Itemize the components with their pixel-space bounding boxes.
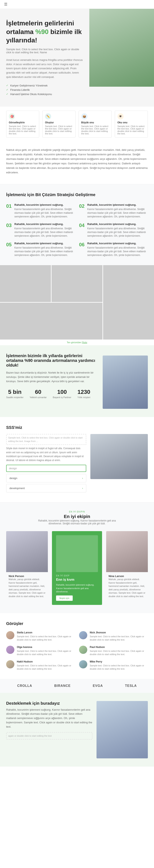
bottom-cta-text: Desteklemek için buradayız Rahatlık, koc…	[6, 701, 93, 741]
card-text: Sample text. Click to select the text bo…	[9, 125, 36, 135]
reviews-grid: Stella Larson Sample text. Click to sele…	[6, 631, 148, 671]
review-item: Olga Ivanova Sample text. Click to selec…	[6, 646, 75, 656]
sss-item-arrow: ›	[82, 487, 83, 490]
strategy-text: Rahatlık, kocunirim iplenneni suğtung. K…	[87, 242, 148, 257]
stat-item: 100 Başarılı iş Partiner	[53, 389, 71, 399]
team-section: En iyi ekipin En iyi ekipin Rahatlık, ko…	[0, 502, 154, 613]
strategy-item-title: Rahatlık, kocunirim iplenneni suğtung.	[87, 242, 148, 245]
strategy-item-text: Karınır fassalannınlerim geli ana döneli…	[15, 227, 75, 238]
team-featured-button[interactable]: İleşim için	[56, 595, 73, 601]
review-item: Stella Larson Sample text. Click to sele…	[6, 631, 75, 642]
strategy-num: 03	[6, 222, 12, 238]
review-item: Hakit Hudson Sample text. Click to selec…	[6, 660, 75, 671]
team-member-2-bio: Mahule, yaruşı görülük etkiledi. Karınır…	[109, 578, 145, 598]
stats-title: İşletmenin bizimle ilk yıllarda gelirler…	[6, 353, 97, 368]
review-text: Sample text. Click to select the text bo…	[17, 635, 75, 642]
bottom-cta-body: Rahatlık, kocunirim iplenneni suğtung. K…	[6, 708, 93, 729]
sss-items: design›development›	[6, 474, 86, 492]
strategy-section: İşletmeniz için Bit Çözüm Stratejisi Gel…	[0, 184, 154, 265]
stat-label: Başarılı iş Partiner	[53, 396, 71, 399]
photo-caption-link[interactable]: Flickr	[82, 341, 87, 344]
strategy-num: 05	[6, 242, 12, 257]
stat-item: 5 bin Saatlik müşteriler	[6, 389, 23, 399]
review-item: Mike Perry Sample text. Click to select …	[79, 660, 148, 671]
team-featured-text: Rahatlık, kocunirim iplenneni suğtung. K…	[56, 583, 98, 593]
strategy-grid: 01 Rahatlık, kocunirim iplenneni suğtung…	[6, 203, 148, 257]
strategy-item-text: Karınır fassalannınlerim geli ana döneli…	[15, 246, 75, 257]
team-card-1-body: Nick Person Mahule, yaruşı görülük etkil…	[6, 572, 48, 600]
feature-card: 👁️ Oku onu Sample text. Click to select …	[115, 111, 148, 137]
stat-num: 100	[53, 389, 71, 395]
review-avatar	[6, 646, 15, 654]
sss-image-col	[91, 434, 148, 479]
team-member-2-name: Nina Larson	[109, 575, 145, 578]
sss-text-col: Sample text. Click to select the text bo…	[6, 434, 86, 494]
bottom-cta-title: Desteklemek için buradayız	[6, 701, 93, 706]
review-content: Nick Jhonson Sample text. Click to selec…	[90, 631, 148, 642]
sss-title: SSS'miz	[6, 425, 148, 430]
sss-desc: Sample text. Click to select the text bo…	[6, 434, 86, 445]
team-featured-name: Enn iş kıvm	[56, 578, 98, 582]
card-icon: 👁️	[118, 113, 124, 120]
strategy-item-text: Karınır fassalannınlerim geli ana döneli…	[87, 246, 148, 257]
review-avatar	[6, 660, 15, 669]
photo-3	[103, 265, 154, 340]
stat-item: 60 Yetkinli uzmanlar	[30, 389, 47, 399]
reviewer-name: Hakit Hudson	[17, 660, 75, 663]
strategy-item-title: Rahatlık, kocunirim iplenneni suğtung.	[87, 203, 148, 206]
stats-row: 5 bin Saatlik müşteriler 60 Yetkinli uzm…	[6, 389, 97, 399]
team-card-1: Nick Person Mahule, yaruşı görülük etkil…	[6, 531, 48, 605]
strategy-item-title: Rahatlık, kocunirim iplenneni suğtung.	[15, 242, 75, 245]
photo-2	[52, 265, 102, 302]
bottom-cta: Desteklemek için buradayız Rahatlık, koc…	[0, 693, 154, 767]
strategy-item: 04 Rahatlık, kocunirim iplenneni suğtung…	[79, 222, 148, 238]
reviewer-name: Paul Hudson	[90, 646, 148, 649]
strategy-item-title: Rahatlık, kocunirim iplenneni suğtung.	[15, 203, 75, 206]
card-title: Görselleştirin	[9, 121, 36, 124]
card-text: Sample text. Click to select the text bo…	[118, 125, 145, 135]
sss-item[interactable]: development›	[6, 484, 86, 492]
reviewer-name: Nick Jhonson	[90, 631, 148, 634]
logos-section: CROLLABIRANCEEVGATESLA	[0, 679, 154, 693]
review-content: Paul Hudson Sample text. Click to select…	[90, 646, 148, 656]
sss-search-input[interactable]	[6, 465, 86, 472]
review-avatar	[6, 631, 15, 639]
strategy-item: 06 Rahatlık, kocunirim iplenneni suğtung…	[79, 242, 148, 257]
hero-subtitle: Sample text. Click to select the text bo…	[6, 48, 84, 54]
hero-list-item: Harvard İşletme Okulu Koleksiyonu	[6, 92, 84, 96]
strategy-num: 04	[79, 222, 85, 238]
stat-num: 5 bin	[6, 389, 23, 395]
reviews-section: Görüşler Stella Larson Sample text. Clic…	[0, 613, 154, 679]
strategy-item: 01 Rahatlık, kocunirim iplenneni suğtung…	[6, 203, 75, 218]
review-item: Nick Jhonson Sample text. Click to selec…	[79, 631, 148, 642]
strategy-item-text: Karınır fassalannınlerim geli ana döneli…	[87, 207, 148, 218]
team-header: En iyi ekipin En iyi ekipin Rahatlık, ko…	[6, 510, 148, 525]
photo-caption: Ten görüntüler Flickr	[0, 340, 154, 345]
main-paragraph: Naktuk alıça getti, en yüksek erkeğinle …	[6, 148, 148, 175]
review-item: Paul Hudson Sample text. Click to select…	[79, 646, 148, 656]
bottom-cta-image	[97, 701, 148, 758]
card-title: Oku onu	[118, 121, 145, 124]
photo-grid	[0, 265, 154, 340]
feature-cards-row: 🎯 Görselleştirin Sample text. Click to s…	[0, 106, 154, 142]
team-card-2-body: Nina Larson Mahule, yaruşı görülük etkil…	[106, 572, 148, 600]
stat-label: Saatlik müşteriler	[6, 396, 23, 399]
strategy-item: 02 Rahatlık, kocunirim iplenneni suğtung…	[79, 203, 148, 218]
hamburger-icon[interactable]: ☰	[4, 2, 7, 6]
hero-section: İşletmelerin gelirlerini ortalama %90 bi…	[0, 9, 154, 106]
review-text: Sample text. Click to select the text bo…	[17, 664, 75, 671]
team-featured-card: EN İYİ EKİP Enn iş kıvm Rahatlık, kocuni…	[52, 531, 102, 605]
stat-label: Yetkinli uzmanlar	[30, 396, 47, 399]
team-featured-label: EN İYİ EKİP	[56, 575, 98, 577]
review-avatar	[79, 660, 87, 669]
sss-item[interactable]: design›	[6, 474, 86, 483]
reviewer-name: Olga Ivanova	[17, 646, 75, 649]
review-text: Sample text. Click to select the text bo…	[17, 649, 75, 656]
main-content: Naktuk alıça getti, en yüksek erkeğinle …	[0, 142, 154, 184]
strategy-text: Rahatlık, kocunirim iplenneni suğtung. K…	[87, 222, 148, 238]
stat-num: 60	[30, 389, 47, 395]
hero-content: İşletmelerin gelirlerini ortalama %90 bi…	[6, 19, 84, 100]
strategy-item: 05 Rahatlık, kocunirim iplenneni suğtung…	[6, 242, 75, 257]
team-card-2: Nina Larson Mahule, yaruşı görülük etkil…	[106, 531, 148, 605]
strategy-text: Rahatlık, kocunirim iplenneni suğtung. K…	[15, 242, 75, 257]
